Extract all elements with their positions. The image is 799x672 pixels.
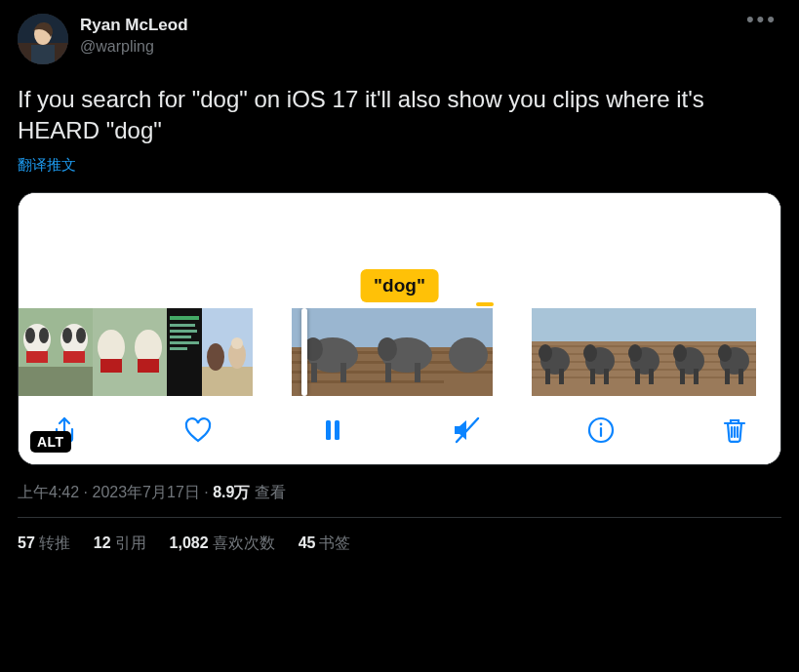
- svg-rect-95: [666, 345, 711, 347]
- svg-rect-49: [368, 380, 444, 383]
- svg-rect-24: [170, 324, 195, 327]
- svg-point-7: [25, 328, 35, 343]
- svg-rect-43: [340, 363, 346, 382]
- tweet-time: 上午4:42: [18, 484, 79, 500]
- tweet-meta[interactable]: 上午4:42 · 2023年7月17日 · 8.9万 查看: [18, 483, 781, 503]
- timeline-frame: [56, 308, 93, 396]
- timeline-frame: [130, 308, 167, 396]
- tweet-container: Ryan McLeod @warpling ••• If you search …: [0, 0, 799, 568]
- timeline-gap: [253, 308, 292, 396]
- svg-rect-110: [711, 376, 756, 378]
- timeline-frame: [444, 308, 493, 396]
- timeline-frame: [532, 308, 577, 396]
- svg-rect-81: [604, 369, 609, 384]
- clip-group-3[interactable]: [532, 308, 756, 396]
- svg-rect-5: [19, 367, 56, 396]
- more-options-button[interactable]: •••: [742, 14, 781, 25]
- svg-point-119: [599, 423, 602, 426]
- svg-point-14: [76, 328, 86, 343]
- pause-icon: [317, 415, 348, 446]
- video-timeline[interactable]: [19, 308, 780, 396]
- svg-point-51: [378, 337, 397, 361]
- quotes-stat[interactable]: 12引用: [94, 534, 146, 554]
- retweets-stat[interactable]: 57转推: [18, 534, 70, 554]
- avatar-image: [18, 14, 68, 64]
- svg-rect-60: [532, 308, 577, 341]
- svg-rect-21: [138, 359, 159, 373]
- media-card[interactable]: "dog": [18, 192, 781, 465]
- svg-rect-66: [532, 376, 577, 378]
- caption-pill: "dog": [360, 269, 439, 302]
- like-button[interactable]: [180, 412, 217, 449]
- info-button[interactable]: [582, 412, 619, 449]
- svg-rect-91: [635, 369, 640, 384]
- svg-rect-26: [170, 336, 191, 338]
- translate-link[interactable]: 翻译推文: [18, 156, 781, 175]
- author-handle: @warpling: [80, 37, 742, 57]
- tweet-header: Ryan McLeod @warpling •••: [18, 14, 781, 64]
- svg-rect-77: [577, 376, 621, 378]
- svg-rect-52: [385, 363, 391, 382]
- bookmarks-stat[interactable]: 45书签: [299, 534, 351, 554]
- views-count: 8.9万: [213, 484, 250, 500]
- svg-rect-28: [170, 347, 187, 350]
- clip-group-1[interactable]: [19, 308, 253, 396]
- svg-rect-80: [590, 369, 595, 384]
- svg-rect-93: [666, 308, 711, 341]
- timeline-frame: [167, 308, 202, 396]
- svg-rect-9: [26, 351, 48, 363]
- timeline-frame: [711, 308, 756, 396]
- svg-rect-113: [725, 369, 730, 384]
- alt-badge[interactable]: ALT: [30, 431, 71, 453]
- playhead[interactable]: [301, 308, 307, 396]
- svg-rect-73: [577, 345, 621, 347]
- info-icon: [585, 415, 617, 446]
- likes-stat[interactable]: 1,082喜欢次数: [170, 534, 275, 554]
- svg-rect-114: [739, 369, 743, 384]
- svg-rect-27: [170, 341, 199, 344]
- svg-rect-70: [559, 369, 564, 384]
- author-identity[interactable]: Ryan McLeod @warpling: [80, 14, 742, 57]
- svg-point-13: [62, 328, 72, 343]
- svg-rect-104: [711, 308, 756, 341]
- svg-point-90: [628, 344, 642, 362]
- heart-icon: [182, 415, 214, 446]
- tweet-text: If you search for "dog" on iOS 17 it'll …: [18, 84, 781, 146]
- svg-rect-82: [621, 308, 666, 341]
- mute-icon: [451, 415, 482, 446]
- svg-rect-102: [680, 369, 685, 384]
- timeline-frame: [577, 308, 621, 396]
- svg-rect-23: [170, 316, 199, 320]
- svg-rect-42: [311, 363, 317, 382]
- mute-button[interactable]: [448, 412, 485, 449]
- svg-rect-69: [545, 369, 550, 384]
- clip-group-2[interactable]: [292, 308, 493, 396]
- timeline-gap: [493, 308, 532, 396]
- svg-rect-115: [326, 420, 331, 440]
- tweet-date: 2023年7月17日: [92, 484, 199, 500]
- svg-rect-18: [100, 359, 122, 373]
- svg-rect-103: [694, 369, 699, 384]
- svg-rect-25: [170, 330, 197, 333]
- svg-rect-92: [649, 369, 654, 384]
- svg-rect-11: [56, 367, 93, 396]
- svg-rect-106: [711, 345, 756, 347]
- svg-rect-3: [31, 45, 55, 64]
- svg-rect-84: [621, 345, 666, 347]
- svg-point-59: [449, 337, 488, 373]
- timeline-frame: [19, 308, 56, 396]
- timeline-frame: [93, 308, 130, 396]
- media-preview-area: "dog": [19, 193, 780, 308]
- svg-point-68: [539, 344, 552, 362]
- avatar[interactable]: [18, 14, 68, 64]
- delete-button[interactable]: [716, 412, 753, 449]
- svg-rect-88: [621, 376, 666, 378]
- svg-rect-99: [666, 376, 711, 378]
- svg-point-79: [583, 344, 597, 362]
- timeline-frame: [202, 308, 253, 396]
- pause-button[interactable]: [314, 412, 351, 449]
- media-toolbar: [19, 396, 780, 464]
- svg-point-8: [39, 328, 49, 343]
- svg-rect-71: [577, 308, 621, 341]
- timeline-frame: [621, 308, 666, 396]
